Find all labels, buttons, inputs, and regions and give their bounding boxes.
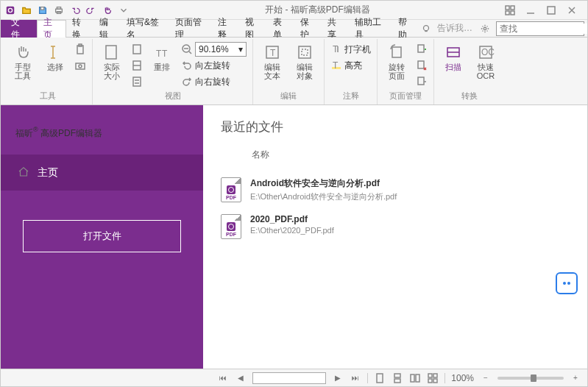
open-icon[interactable] — [20, 4, 33, 17]
last-page-icon[interactable]: ⏭ — [350, 372, 361, 384]
assistant-bubble-icon[interactable] — [556, 272, 578, 294]
rotate-right-button[interactable]: 向右旋转 — [180, 74, 248, 89]
close-icon[interactable] — [567, 5, 577, 15]
single-page-icon[interactable] — [374, 372, 386, 384]
open-file-button[interactable]: 打开文件 — [23, 220, 181, 252]
actual-size-button[interactable]: 实际 大小 — [97, 42, 127, 82]
svg-rect-10 — [548, 7, 555, 14]
rotate-page-button[interactable]: 旋转 页面 — [382, 42, 411, 82]
tab-help[interactable]: 帮助 — [392, 20, 419, 38]
svg-rect-33 — [418, 45, 424, 52]
continuous-facing-icon[interactable] — [427, 372, 439, 384]
fit-width-button[interactable] — [130, 58, 144, 73]
delete-page-button[interactable] — [414, 58, 429, 73]
typewriter-button[interactable]: T打字机 — [329, 42, 372, 57]
save-icon[interactable] — [36, 4, 49, 17]
prev-page-icon[interactable]: ◀ — [235, 372, 247, 384]
zoom-out-icon[interactable]: − — [480, 372, 492, 384]
highlight-button[interactable]: T高亮 — [329, 58, 372, 73]
print-icon[interactable] — [52, 4, 65, 17]
file-name: Android软件安全与逆向分析.pdf — [250, 177, 570, 190]
ocr-button[interactable]: OCR快速 OCR — [471, 42, 500, 82]
file-path: E:\Other\Android软件安全与逆向分析.pdf — [250, 191, 570, 202]
hand-tool-button[interactable]: 手型 工具 — [8, 42, 38, 82]
tab-edit[interactable]: 编辑 — [93, 20, 121, 38]
scan-button[interactable]: 扫描 — [439, 42, 468, 73]
extract-page-button[interactable] — [414, 74, 429, 89]
next-page-icon[interactable]: ▶ — [332, 372, 344, 384]
svg-point-12 — [483, 27, 486, 30]
tab-comment[interactable]: 注释 — [212, 20, 239, 38]
svg-text:T: T — [156, 49, 162, 59]
zoom-input[interactable]: 90.16%▾ — [195, 42, 247, 57]
fit-page-button[interactable] — [130, 42, 144, 57]
edit-text-button[interactable]: T编辑 文本 — [258, 42, 287, 82]
bulb-icon[interactable] — [419, 22, 433, 35]
edit-object-button[interactable]: 编辑 对象 — [290, 42, 319, 82]
qat-dropdown-icon[interactable] — [117, 4, 130, 17]
svg-rect-47 — [433, 379, 437, 383]
svg-rect-42 — [411, 374, 414, 382]
zoom-in-icon[interactable]: + — [570, 372, 581, 384]
clipboard-button[interactable] — [73, 42, 88, 57]
svg-rect-27 — [299, 46, 311, 58]
svg-text:T: T — [270, 48, 276, 58]
ribbon-group-view: 实际 大小 TT重排 90.16%▾ 向左旋转 向右旋转 视图 — [93, 39, 253, 104]
sidebar: 福昕® 高级PDF编辑器 主页 打开文件 — [1, 105, 203, 369]
ribbon-collapse-icon[interactable] — [505, 5, 515, 15]
insert-page-button[interactable] — [414, 42, 429, 57]
menu-file[interactable]: 文件 — [1, 20, 37, 38]
facing-icon[interactable] — [409, 372, 421, 384]
app-icon — [4, 4, 17, 17]
recent-files-title: 最近的文件 — [221, 118, 570, 135]
file-path: E:\Other\2020_PDF.pdf — [250, 226, 570, 235]
zoom-slider[interactable] — [497, 377, 564, 380]
column-name-header: 名称 — [221, 149, 570, 161]
window-controls — [505, 5, 584, 15]
hand-icon[interactable] — [101, 4, 114, 17]
sidebar-item-home[interactable]: 主页 — [1, 155, 203, 191]
search-input[interactable] — [500, 24, 588, 34]
settings-icon[interactable] — [478, 22, 492, 35]
redo-icon[interactable] — [85, 4, 98, 17]
tab-pagemgr[interactable]: 页面管理 — [169, 20, 212, 38]
tab-accessibility[interactable]: 辅助工具 — [349, 20, 392, 38]
svg-rect-18 — [106, 46, 116, 59]
first-page-icon[interactable]: ⏮ — [217, 372, 229, 384]
svg-rect-2 — [40, 7, 43, 10]
tab-home[interactable]: 主页 — [37, 20, 65, 38]
file-item[interactable]: PDF2020_PDF.pdfE:\Other\2020_PDF.pdf — [221, 208, 570, 245]
page-input[interactable] — [252, 372, 326, 384]
tellme-input[interactable]: 告诉我… — [437, 22, 474, 35]
svg-text:OCR: OCR — [481, 47, 495, 57]
search-box[interactable] — [496, 21, 584, 36]
ribbon: 手型 工具 选择 工具 实际 大小 TT重排 90.16%▾ 向左旋转 向右旋转 — [1, 38, 587, 105]
snapshot-button[interactable] — [73, 58, 88, 73]
continuous-icon[interactable] — [392, 372, 403, 384]
fit-visible-button[interactable] — [130, 74, 144, 89]
tab-convert[interactable]: 转换 — [66, 20, 93, 38]
svg-rect-9 — [511, 11, 514, 15]
tab-share[interactable]: 共享 — [322, 20, 349, 38]
title-bar: 开始 - 福昕高级PDF编辑器 — [1, 1, 587, 20]
ribbon-group-edit: T编辑 文本 编辑 对象 编辑 — [253, 39, 325, 104]
zoom-out-button[interactable]: 90.16%▾ — [180, 42, 248, 57]
file-item[interactable]: PDFAndroid软件安全与逆向分析.pdfE:\Other\Android软… — [221, 171, 570, 208]
reflow-button[interactable]: TT重排 — [147, 42, 177, 73]
zoom-percent: 100% — [451, 373, 474, 383]
status-bar: ⏮ ◀ ▶ ⏭ 100% − + — [1, 369, 587, 386]
tab-fillsign[interactable]: 填写&签名 — [121, 20, 169, 38]
svg-rect-4 — [57, 7, 60, 9]
tab-view[interactable]: 视图 — [239, 20, 266, 38]
rotate-left-button[interactable]: 向左旋转 — [180, 58, 248, 73]
tab-form[interactable]: 表单 — [267, 20, 294, 38]
file-name: 2020_PDF.pdf — [250, 214, 570, 224]
maximize-icon[interactable] — [546, 5, 556, 15]
select-tool-button[interactable]: 选择 — [40, 42, 70, 73]
minimize-icon[interactable] — [525, 5, 536, 15]
svg-rect-34 — [418, 61, 424, 68]
tab-protect[interactable]: 保护 — [294, 20, 322, 38]
svg-rect-28 — [302, 49, 308, 55]
undo-icon[interactable] — [68, 4, 82, 17]
svg-rect-40 — [394, 374, 400, 377]
